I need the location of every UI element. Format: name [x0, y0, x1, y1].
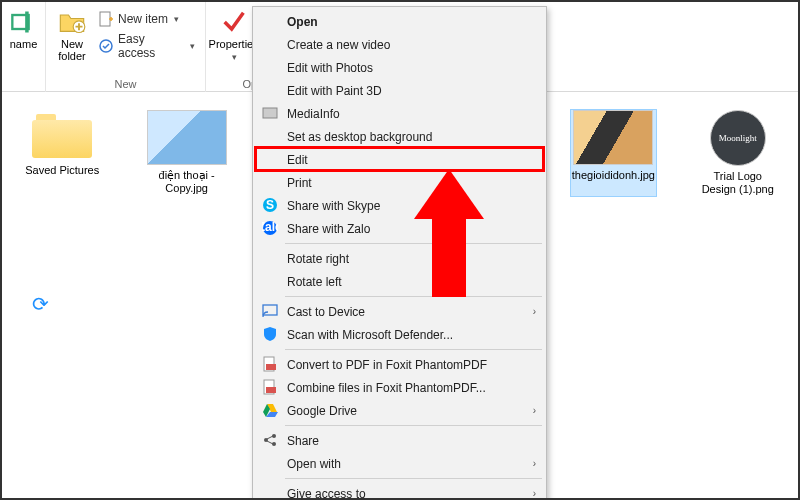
- menu-open-with[interactable]: Open with›: [255, 452, 544, 475]
- context-menu: Open Create a new video Edit with Photos…: [252, 6, 547, 500]
- gdrive-icon: [262, 402, 278, 418]
- submenu-arrow-icon: ›: [533, 458, 536, 469]
- image-thumbnail: Moonlight: [710, 110, 766, 166]
- new-item-button[interactable]: New item▾: [96, 10, 197, 28]
- sync-icon: ⟳: [32, 292, 49, 316]
- folder-icon: [30, 110, 94, 160]
- zalo-icon: Zalo: [262, 220, 278, 236]
- menu-separator: [285, 425, 542, 426]
- defender-icon: [262, 326, 278, 342]
- svg-text:S: S: [266, 198, 274, 212]
- rename-button[interactable]: name: [6, 6, 42, 52]
- svg-text:Zalo: Zalo: [262, 220, 278, 234]
- new-item-icon: [98, 11, 114, 27]
- svg-rect-15: [266, 387, 276, 393]
- folder-item[interactable]: Saved Pictures: [20, 110, 104, 196]
- mediainfo-icon: [262, 105, 278, 121]
- properties-icon: [220, 8, 248, 36]
- easy-access-icon: [98, 38, 114, 54]
- menu-print[interactable]: Print: [255, 171, 544, 194]
- submenu-arrow-icon: ›: [533, 306, 536, 317]
- svg-rect-1: [25, 12, 28, 33]
- share-icon: [262, 432, 278, 448]
- menu-combine-pdf[interactable]: Combine files in Foxit PhantomPDF...: [255, 376, 544, 399]
- menu-google-drive[interactable]: Google Drive›: [255, 399, 544, 422]
- chevron-down-icon: ▾: [190, 41, 195, 51]
- menu-cast[interactable]: Cast to Device›: [255, 300, 544, 323]
- ribbon-group-label: New: [114, 78, 136, 90]
- menu-rotate-left[interactable]: Rotate left: [255, 270, 544, 293]
- svg-rect-6: [263, 108, 277, 118]
- menu-share[interactable]: Share: [255, 429, 544, 452]
- menu-separator: [285, 243, 542, 244]
- chevron-down-icon: ▾: [232, 52, 237, 62]
- chevron-down-icon: ▾: [174, 14, 179, 24]
- menu-share-zalo[interactable]: ZaloShare with Zalo: [255, 217, 544, 240]
- menu-defender[interactable]: Scan with Microsoft Defender...: [255, 323, 544, 346]
- menu-convert-pdf[interactable]: Convert to PDF in Foxit PhantomPDF: [255, 353, 544, 376]
- menu-edit-paint3d[interactable]: Edit with Paint 3D: [255, 79, 544, 102]
- menu-mediainfo[interactable]: MediaInfo: [255, 102, 544, 125]
- skype-icon: S: [262, 197, 278, 213]
- rename-icon: [10, 8, 38, 36]
- menu-edit[interactable]: Edit: [255, 148, 544, 171]
- foxit-icon: [262, 356, 278, 372]
- menu-separator: [285, 478, 542, 479]
- menu-separator: [285, 349, 542, 350]
- file-item[interactable]: điện thoại - Copy.jpg: [144, 110, 228, 196]
- menu-set-background[interactable]: Set as desktop background: [255, 125, 544, 148]
- menu-share-skype[interactable]: SShare with Skype: [255, 194, 544, 217]
- svg-rect-11: [263, 305, 277, 315]
- easy-access-button[interactable]: Easy access▾: [96, 31, 197, 61]
- submenu-arrow-icon: ›: [533, 488, 536, 499]
- file-item[interactable]: Moonlight Trial Logo Design (1).png: [696, 110, 780, 196]
- image-thumbnail: [573, 110, 653, 165]
- svg-rect-3: [100, 12, 110, 26]
- menu-give-access[interactable]: Give access to›: [255, 482, 544, 500]
- cast-icon: [262, 303, 278, 319]
- menu-rotate-right[interactable]: Rotate right: [255, 247, 544, 270]
- menu-edit-photos[interactable]: Edit with Photos: [255, 56, 544, 79]
- new-folder-icon: [58, 8, 86, 36]
- submenu-arrow-icon: ›: [533, 405, 536, 416]
- file-item-selected[interactable]: thegioididonh.jpg: [571, 110, 655, 196]
- menu-separator: [285, 296, 542, 297]
- image-thumbnail: [147, 110, 227, 165]
- menu-open[interactable]: Open: [255, 10, 544, 33]
- svg-rect-13: [266, 364, 276, 370]
- new-folder-button[interactable]: New folder: [54, 6, 90, 64]
- menu-create-video[interactable]: Create a new video: [255, 33, 544, 56]
- foxit-icon: [262, 379, 278, 395]
